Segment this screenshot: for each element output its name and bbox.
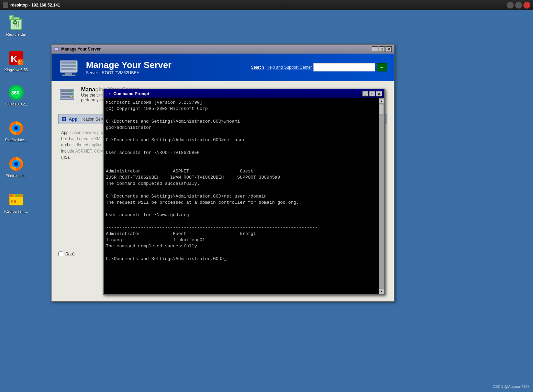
cmd-close-button[interactable]: ✕	[376, 91, 382, 97]
desktop-icon-ksbrowser[interactable]: KS KSbrowser_...	[2, 191, 30, 214]
svg-point-29	[16, 194, 18, 197]
mys-dont-label: Don't	[65, 251, 75, 256]
svg-point-46	[70, 90, 72, 92]
cmd-content: Microsoft Windows [Version 5.2.3790] (C)…	[104, 98, 379, 294]
cmd-body: Microsoft Windows [Version 5.2.3790] (C)…	[104, 98, 384, 294]
mys-close-button[interactable]: ✕	[386, 46, 392, 52]
kingview-icon: K 6	[8, 50, 24, 66]
cmd-output: Microsoft Windows [Version 5.2.3790] (C)…	[106, 100, 377, 262]
svg-point-0	[509, 3, 512, 7]
mys-manage-icon	[58, 87, 76, 104]
svg-text:KS: KS	[11, 199, 16, 204]
desktop-icon-360se[interactable]: 360 360se10.0.2...	[2, 84, 30, 107]
firefox-set-label: Firefox-set...	[5, 173, 26, 178]
mys-titlebar: Manage Your Server _ □ ✕	[52, 45, 394, 54]
double-arrow-icon: ⊞	[62, 116, 66, 122]
firefox-late-icon	[8, 120, 24, 136]
svg-point-39	[74, 68, 75, 69]
svg-text:2: 2	[10, 15, 12, 20]
svg-point-24	[14, 162, 18, 166]
cmd-minimize-button[interactable]: _	[362, 91, 368, 97]
cmd-scrollbar[interactable]: ▲ ▼	[379, 98, 384, 294]
cmd-scroll-down-button[interactable]: ▼	[379, 289, 384, 294]
mys-minimize-button[interactable]: _	[372, 46, 378, 52]
svg-point-1	[517, 3, 520, 7]
360se-icon: 360	[8, 84, 24, 101]
mys-window-icon	[54, 46, 59, 52]
desktop-icon-firefox-late[interactable]: Firefox-late...	[2, 120, 30, 142]
mys-header-title: Manage Your Server	[86, 60, 171, 70]
svg-point-47	[70, 93, 72, 94]
taskbar-controls	[507, 2, 530, 9]
cmd-window-icon: C:\	[106, 91, 111, 97]
svg-text:♻: ♻	[12, 19, 18, 26]
mys-window-title: Manage Your Server	[61, 47, 101, 52]
cmd-titlebar: C:\ Command Prompt _ □ ✕	[104, 89, 384, 98]
desktop-icon-recycle-bin[interactable]: ♻ 2 Recycle Bin	[2, 14, 30, 37]
mys-maximize-button[interactable]: □	[379, 46, 385, 52]
cmd-window: C:\ Command Prompt _ □ ✕ Microsoft Windo…	[103, 89, 385, 295]
ksbrowser-icon: KS	[8, 191, 24, 208]
svg-rect-41	[62, 75, 76, 76]
svg-point-28	[13, 194, 15, 197]
cmd-scroll-thumb[interactable]	[379, 104, 384, 114]
mys-search-button[interactable]: →	[377, 63, 387, 71]
desktop-icon-firefox-set[interactable]: Firefox-set...	[2, 156, 30, 178]
cmd-window-title: Command Prompt	[113, 91, 149, 96]
taskbar-left: rdesktop - 192.168.52.141	[3, 2, 60, 8]
desktop-icon-kingview[interactable]: K 6 Kingview 6.53	[2, 50, 30, 72]
svg-text:C:\: C:\	[107, 92, 111, 96]
mys-titlebar-left: Manage Your Server	[54, 46, 101, 52]
mys-header: Manage Your Server Server: ROOT-TVI862UB…	[52, 54, 394, 81]
mys-header-text: Manage Your Server Server: ROOT-TVI862UB…	[86, 60, 171, 75]
svg-text:360: 360	[11, 90, 20, 96]
cmd-scroll-up-button[interactable]: ▲	[379, 98, 384, 104]
svg-rect-40	[65, 72, 72, 75]
window-icon	[3, 2, 8, 8]
svg-point-48	[70, 96, 72, 97]
svg-point-27	[10, 194, 12, 197]
mys-header-server: Server: ROOT-TVI862UBEH	[86, 70, 171, 75]
svg-text:6: 6	[18, 60, 21, 65]
mys-app-label: App	[69, 116, 77, 122]
mys-window-controls: _ □ ✕	[372, 46, 392, 52]
firefox-set-icon	[8, 156, 24, 172]
360se-label: 360se10.0.2...	[4, 102, 28, 107]
taskbar-close-button[interactable]	[523, 2, 530, 9]
svg-point-21	[14, 126, 18, 130]
taskbar-title: rdesktop - 192.168.52.141	[10, 3, 60, 8]
recycle-bin-label: Recycle Bin	[6, 32, 26, 37]
kingview-label: Kingview 6.53	[4, 68, 28, 72]
svg-text:K: K	[11, 54, 18, 64]
firefox-late-label: Firefox-late...	[5, 138, 27, 142]
taskbar-top: rdesktop - 192.168.52.141	[0, 0, 533, 10]
svg-point-2	[525, 3, 529, 7]
svg-point-38	[74, 65, 75, 66]
mys-dont-checkbox[interactable]	[58, 251, 63, 256]
cmd-titlebar-left: C:\ Command Prompt	[106, 91, 149, 97]
watermark: CSDN @Autumn7299	[492, 384, 530, 389]
taskbar-minimize-button[interactable]	[507, 2, 514, 9]
cmd-scroll-track	[379, 104, 384, 289]
cmd-maximize-button[interactable]: □	[369, 91, 375, 97]
mys-header-search: Search Help and Support Center →	[251, 63, 387, 71]
ksbrowser-label: KSbrowser_...	[4, 209, 28, 214]
mys-header-server-icon	[58, 57, 79, 78]
cmd-window-controls: _ □ ✕	[362, 91, 382, 97]
svg-point-37	[74, 62, 75, 63]
mys-search-label: Search Help and Support Center	[251, 65, 312, 70]
mys-search-arrow-icon: →	[379, 65, 384, 70]
svg-rect-32	[55, 48, 58, 50]
mys-search-input[interactable]	[313, 63, 375, 71]
mys-dont-section: Don't	[58, 251, 75, 256]
taskbar-maximize-button[interactable]	[515, 2, 522, 9]
recycle-bin-icon: ♻ 2	[8, 14, 24, 31]
